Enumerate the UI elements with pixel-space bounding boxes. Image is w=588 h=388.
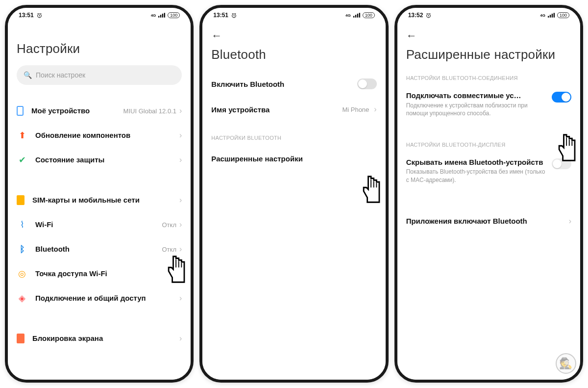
row-my-device[interactable]: Моё устройство MIUI Global 12.0.1 › bbox=[17, 99, 182, 123]
signal-icon bbox=[353, 13, 360, 18]
device-icon bbox=[17, 106, 24, 116]
watermark-icon: 🕵 bbox=[556, 353, 576, 374]
alarm-icon bbox=[36, 12, 43, 19]
back-button[interactable]: ← bbox=[406, 23, 417, 42]
section-header: НАСТРОЙКИ BLUETOOTH-СОЕДИНЕНИЯ bbox=[406, 75, 571, 81]
row-bluetooth[interactable]: ᛒ Bluetooth Откл › bbox=[17, 237, 182, 261]
page-title: Bluetooth bbox=[211, 47, 376, 62]
search-placeholder: Поиск настроек bbox=[36, 71, 85, 79]
chevron-right-icon: › bbox=[179, 269, 182, 278]
alarm-icon bbox=[231, 12, 237, 19]
bluetooth-toggle[interactable] bbox=[357, 78, 377, 89]
chevron-right-icon: › bbox=[569, 217, 571, 226]
share-icon: ◈ bbox=[17, 293, 27, 304]
compatible-toggle[interactable] bbox=[552, 92, 571, 103]
row-share[interactable]: ◈ Подключение и общий доступ › bbox=[17, 286, 182, 310]
row-update[interactable]: ⬆ Обновление компонентов › bbox=[17, 123, 182, 148]
signal-icon bbox=[158, 13, 165, 18]
row-enable-bluetooth[interactable]: Включить Bluetooth bbox=[211, 71, 376, 97]
statusbar: 13:51 4G 100 bbox=[202, 8, 385, 23]
battery-icon: 100 bbox=[363, 12, 375, 18]
chevron-right-icon: › bbox=[179, 131, 182, 140]
status-time: 13:52 bbox=[408, 12, 423, 19]
signal-label: 4G bbox=[540, 13, 545, 18]
chevron-right-icon: › bbox=[179, 220, 182, 229]
statusbar: 13:51 4G 100 bbox=[8, 8, 191, 23]
back-button[interactable]: ← bbox=[211, 23, 222, 42]
row-hide-names[interactable]: Скрывать имена Bluetooth-устройств Показ… bbox=[406, 153, 571, 189]
row-lockscreen[interactable]: Блокировка экрана › bbox=[17, 326, 182, 351]
hide-names-toggle[interactable] bbox=[552, 158, 571, 169]
chevron-right-icon: › bbox=[179, 245, 182, 254]
signal-label: 4G bbox=[345, 13, 351, 18]
statusbar: 13:52 4G 100 bbox=[397, 8, 580, 23]
signal-icon bbox=[548, 13, 555, 18]
row-device-name[interactable]: Имя устройства Mi Phone › bbox=[211, 97, 376, 122]
row-hotspot[interactable]: ◎ Точка доступа Wi-Fi › bbox=[17, 261, 182, 286]
page-title: Расширенные настройки bbox=[406, 47, 571, 62]
battery-icon: 100 bbox=[168, 12, 180, 18]
search-icon: 🔍 bbox=[24, 71, 32, 79]
chevron-right-icon: › bbox=[179, 196, 182, 205]
chevron-right-icon: › bbox=[374, 105, 376, 114]
section-header: НАСТРОЙКИ BLUETOOTH bbox=[211, 135, 376, 141]
signal-label: 4G bbox=[151, 13, 156, 18]
phone-bluetooth: 13:51 4G 100 ← Bluetooth Включить Blueto… bbox=[199, 5, 388, 383]
hotspot-icon: ◎ bbox=[17, 268, 27, 279]
row-security[interactable]: ✔ Состояние защиты › bbox=[17, 148, 182, 172]
lock-icon bbox=[17, 334, 24, 343]
update-icon: ⬆ bbox=[17, 130, 27, 141]
status-time: 13:51 bbox=[19, 12, 34, 19]
status-time: 13:51 bbox=[213, 12, 228, 19]
bluetooth-icon: ᛒ bbox=[17, 244, 27, 255]
row-sim[interactable]: SIM-карты и мобильные сети › bbox=[17, 188, 182, 212]
row-wifi[interactable]: ⌇ Wi-Fi Откл › bbox=[17, 212, 182, 237]
row-apps-bluetooth[interactable]: Приложения включают Bluetooth › bbox=[406, 208, 571, 234]
device-name-value: Mi Phone bbox=[342, 106, 369, 113]
row-advanced-settings[interactable]: Расширенные настройки bbox=[211, 146, 376, 171]
chevron-right-icon: › bbox=[179, 334, 182, 343]
chevron-right-icon: › bbox=[179, 106, 182, 115]
phone-settings: 13:51 4G 100 Настройки 🔍 Поиск настроек … bbox=[5, 5, 194, 383]
wifi-icon: ⌇ bbox=[17, 219, 27, 230]
chevron-right-icon: › bbox=[179, 155, 182, 164]
page-title: Настройки bbox=[17, 41, 182, 56]
sim-icon bbox=[17, 195, 24, 205]
search-input[interactable]: 🔍 Поиск настроек bbox=[17, 65, 182, 85]
shield-icon: ✔ bbox=[17, 155, 27, 165]
row-connect-compatible[interactable]: Подключать совместимые ус… Подключение к… bbox=[406, 86, 571, 122]
battery-icon: 100 bbox=[557, 12, 569, 18]
chevron-right-icon: › bbox=[179, 294, 182, 303]
phone-advanced: 13:52 4G 100 ← Расширенные настройки НАС… bbox=[394, 5, 583, 383]
section-header: НАСТРОЙКИ BLUETOOTH-ДИСПЛЕЯ bbox=[406, 142, 571, 148]
alarm-icon bbox=[425, 12, 432, 19]
